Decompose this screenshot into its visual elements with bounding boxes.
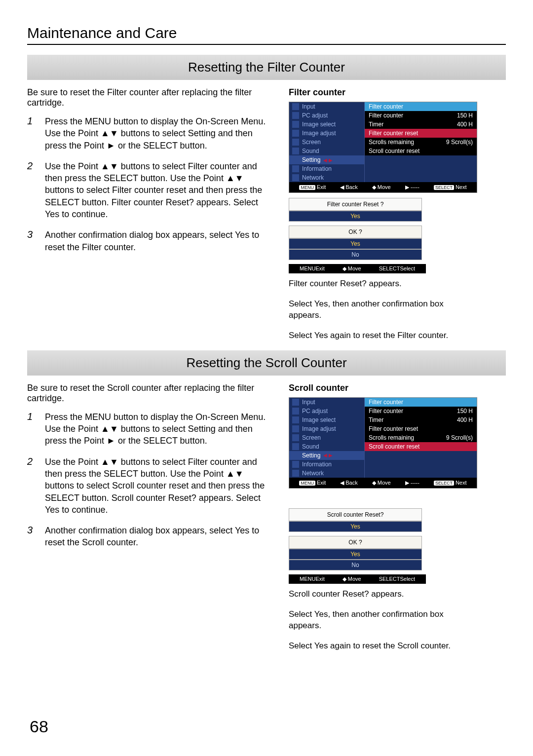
osd-right-value: 400 H xyxy=(457,416,473,423)
section-b-step: 3 Another confirmation dialog box appear… xyxy=(27,525,274,549)
caption: Select Yes again to reset the Filter cou… xyxy=(289,330,476,341)
pc-adjust-icon xyxy=(292,112,299,119)
dialog-yes: Yes xyxy=(289,521,422,532)
dialog-yes: Yes xyxy=(289,238,422,249)
osd-left-item: Setting xyxy=(302,452,320,459)
filter-ok-dialog: OK ? Yes No xyxy=(289,226,422,260)
osd-left-item: PC adjust xyxy=(302,112,328,119)
osd-header: Filter counter xyxy=(369,399,403,406)
dialog-question: Scroll counter Reset? xyxy=(289,508,422,521)
osd-left-item: Image adjust xyxy=(302,130,336,137)
osd-right-label: Scrolls remaining xyxy=(369,434,414,441)
section-a-step: 1 Press the MENU button to display the O… xyxy=(27,115,274,151)
caption: Scroll counter Reset? appears. xyxy=(289,589,476,600)
information-icon xyxy=(292,461,299,468)
osd-right-label: Filter counter reset xyxy=(369,425,418,432)
osd-right-value: 150 H xyxy=(457,408,473,415)
step-text: Press the MENU button to display the On-… xyxy=(45,411,274,447)
osd-footer: MENUExit ◀ Back ◆ Move ▶ ----- SELECTNex… xyxy=(289,182,477,192)
osd-left-item: Input xyxy=(302,399,315,406)
triangle-indicator-icon: ◀ ▶ xyxy=(323,453,333,458)
osd-left-item: Image select xyxy=(302,416,336,423)
osd-right-label: Scroll counter reset xyxy=(369,148,419,154)
pc-adjust-icon xyxy=(292,408,299,415)
osd-left-item: Screen xyxy=(302,139,321,146)
step-text: Another confirmation dialog box appears,… xyxy=(45,525,274,549)
osd-right-label: Filter counter reset xyxy=(369,130,418,137)
osd-menu-filter: Input Filter counter PC adjust Filter co… xyxy=(289,102,477,193)
scroll-ok-dialog: OK ? Yes No xyxy=(289,536,422,570)
osd-left-item: Screen xyxy=(302,434,321,441)
step-number: 3 xyxy=(27,229,36,253)
osd-left-item: Information xyxy=(302,165,332,172)
caption: Select Yes, then another confirmation bo… xyxy=(289,299,476,321)
osd-left-item: Sound xyxy=(302,443,319,450)
step-number: 1 xyxy=(27,115,36,151)
osd-left-item: Image select xyxy=(302,121,336,128)
section-a-intro: Be sure to reset the Filter counter afte… xyxy=(27,87,274,108)
step-number: 3 xyxy=(27,525,36,549)
dialog-no: No xyxy=(289,560,422,570)
step-text: Use the Point ▲▼ buttons to select Filte… xyxy=(45,456,274,516)
input-icon xyxy=(292,399,299,406)
section-b-title: Resetting the Scroll Counter xyxy=(27,350,506,376)
scroll-reset-dialog: Scroll counter Reset? Yes xyxy=(289,508,422,532)
dialog-question: OK ? xyxy=(289,226,422,238)
screen-icon xyxy=(292,139,299,146)
osd-left-item: Information xyxy=(302,461,332,468)
network-icon xyxy=(292,174,299,181)
network-icon xyxy=(292,470,299,477)
step-text: Press the MENU button to display the On-… xyxy=(45,115,274,151)
caption: Select Yes again to reset the Scroll cou… xyxy=(289,641,476,652)
chapter-title: Maintenance and Care xyxy=(27,25,506,45)
osd-right-value: 9 Scroll(s) xyxy=(446,434,473,441)
osd-right-value: 150 H xyxy=(457,112,473,119)
osd-right-label: Scrolls remaining xyxy=(369,139,414,146)
dialog-question: Filter counter Reset ? xyxy=(289,198,422,211)
image-adjust-icon xyxy=(292,425,299,432)
osd-right-label: Filter counter xyxy=(369,112,403,119)
osd-header: Filter counter xyxy=(369,103,403,110)
dialog-question: OK ? xyxy=(289,536,422,549)
osd-left-item: Network xyxy=(302,470,324,477)
osd-left-item: Setting xyxy=(302,156,320,163)
osd-right-value: 400 H xyxy=(457,121,473,128)
sound-icon xyxy=(292,148,299,154)
input-icon xyxy=(292,103,299,110)
step-text: Use the Point ▲▼ buttons to select Filte… xyxy=(45,160,274,220)
caption: Filter counter Reset? appears. xyxy=(289,278,476,290)
osd-left-item: Image adjust xyxy=(302,425,336,432)
osd-right-label: Filter counter xyxy=(369,408,403,415)
setting-icon xyxy=(292,452,299,459)
osd-right-label: Timer xyxy=(369,121,383,128)
step-number: 1 xyxy=(27,411,36,447)
scroll-counter-panel-label: Scroll counter xyxy=(289,383,506,393)
section-a-step: 2 Use the Point ▲▼ buttons to select Fil… xyxy=(27,160,274,220)
section-b-intro: Be sure to reset the Scroll counter afte… xyxy=(27,383,274,404)
osd-right-label: Scroll counter reset xyxy=(369,443,419,450)
filter-reset-dialog: Filter counter Reset ? Yes xyxy=(289,198,422,222)
image-adjust-icon xyxy=(292,130,299,137)
dialog-footer: MENUExit ◆ Move SELECTSelect xyxy=(289,264,426,273)
osd-right-value: 9 Scroll(s) xyxy=(446,139,473,146)
section-b-step: 1 Press the MENU button to display the O… xyxy=(27,411,274,447)
step-number: 2 xyxy=(27,160,36,220)
osd-right-label: Timer xyxy=(369,416,383,423)
section-a-step: 3 Another confirmation dialog box appear… xyxy=(27,229,274,253)
image-select-icon xyxy=(292,121,299,128)
osd-left-item: Network xyxy=(302,174,324,181)
setting-icon xyxy=(292,156,299,163)
osd-left-item: PC adjust xyxy=(302,408,328,415)
step-number: 2 xyxy=(27,456,36,516)
dialog-no: No xyxy=(289,249,422,260)
dialog-yes: Yes xyxy=(289,211,422,222)
osd-left-item: Sound xyxy=(302,148,319,154)
osd-footer: MENUExit ◀ Back ◆ Move ▶ ----- SELECTNex… xyxy=(289,478,477,488)
section-a-title: Resetting the Filter Counter xyxy=(27,55,506,80)
page-number: 68 xyxy=(30,717,48,736)
dialog-yes: Yes xyxy=(289,549,422,560)
sound-icon xyxy=(292,443,299,450)
screen-icon xyxy=(292,434,299,441)
step-text: Another confirmation dialog box appears,… xyxy=(45,229,274,253)
osd-menu-scroll: Input Filter counter PC adjust Filter co… xyxy=(289,397,477,489)
